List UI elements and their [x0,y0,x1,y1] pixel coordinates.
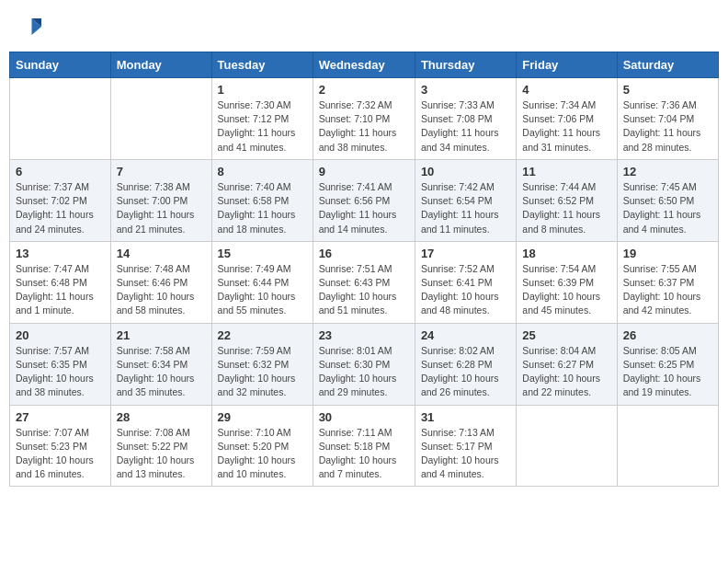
day-number: 11 [522,165,610,178]
day-number: 12 [623,165,712,178]
calendar-cell [110,78,211,160]
day-header-friday: Friday [517,52,617,78]
calendar-cell: 6Sunrise: 7:37 AMSunset: 7:02 PMDaylight… [10,159,111,241]
calendar-cell [517,405,617,487]
calendar-cell: 28Sunrise: 7:08 AMSunset: 5:22 PMDayligh… [110,405,211,487]
day-number: 21 [117,328,206,342]
calendar-week-row: 13Sunrise: 7:47 AMSunset: 6:48 PMDayligh… [10,241,719,323]
day-number: 29 [218,410,307,424]
calendar-cell: 31Sunrise: 7:13 AMSunset: 5:17 PMDayligh… [415,405,516,487]
day-info: Sunrise: 7:38 AMSunset: 7:00 PMDaylight:… [117,180,206,236]
day-info: Sunrise: 7:59 AMSunset: 6:32 PMDaylight:… [218,344,307,400]
calendar-cell: 22Sunrise: 7:59 AMSunset: 6:32 PMDayligh… [211,323,313,405]
day-info: Sunrise: 8:04 AMSunset: 6:27 PMDaylight:… [522,344,610,400]
day-number: 3 [421,83,510,97]
day-info: Sunrise: 7:11 AMSunset: 5:18 PMDaylight:… [319,426,409,482]
calendar-cell: 21Sunrise: 7:58 AMSunset: 6:34 PMDayligh… [110,323,211,405]
logo-icon [17,13,44,40]
day-number: 2 [319,83,409,97]
calendar-cell: 15Sunrise: 7:49 AMSunset: 6:44 PMDayligh… [211,241,313,323]
calendar-cell: 10Sunrise: 7:42 AMSunset: 6:54 PMDayligh… [415,159,516,241]
day-info: Sunrise: 7:45 AMSunset: 6:50 PMDaylight:… [623,180,712,236]
day-info: Sunrise: 7:52 AMSunset: 6:41 PMDaylight:… [421,262,510,318]
day-number: 5 [623,83,712,97]
calendar-week-row: 6Sunrise: 7:37 AMSunset: 7:02 PMDaylight… [10,159,719,241]
day-info: Sunrise: 7:30 AMSunset: 7:12 PMDaylight:… [218,98,307,155]
calendar-cell: 1Sunrise: 7:30 AMSunset: 7:12 PMDaylight… [211,78,313,160]
calendar-cell: 11Sunrise: 7:44 AMSunset: 6:52 PMDayligh… [517,159,617,241]
day-info: Sunrise: 8:05 AMSunset: 6:25 PMDaylight:… [623,344,712,400]
day-number: 30 [319,410,409,424]
calendar-week-row: 1Sunrise: 7:30 AMSunset: 7:12 PMDaylight… [10,78,719,160]
day-number: 9 [319,165,409,178]
day-info: Sunrise: 7:57 AMSunset: 6:35 PMDaylight:… [16,344,105,400]
day-info: Sunrise: 7:47 AMSunset: 6:48 PMDaylight:… [16,262,105,318]
day-info: Sunrise: 7:55 AMSunset: 6:37 PMDaylight:… [623,262,712,318]
calendar-cell: 5Sunrise: 7:36 AMSunset: 7:04 PMDaylight… [617,78,718,160]
calendar-cell: 19Sunrise: 7:55 AMSunset: 6:37 PMDayligh… [617,241,718,323]
day-header-wednesday: Wednesday [313,52,415,78]
calendar-cell: 18Sunrise: 7:54 AMSunset: 6:39 PMDayligh… [517,241,617,323]
day-info: Sunrise: 7:58 AMSunset: 6:34 PMDaylight:… [117,344,206,400]
calendar-cell: 2Sunrise: 7:32 AMSunset: 7:10 PMDaylight… [313,78,415,160]
day-number: 8 [218,165,307,178]
calendar-cell: 16Sunrise: 7:51 AMSunset: 6:43 PMDayligh… [313,241,415,323]
calendar-cell [617,405,718,487]
calendar-week-row: 20Sunrise: 7:57 AMSunset: 6:35 PMDayligh… [10,323,719,405]
day-info: Sunrise: 7:51 AMSunset: 6:43 PMDaylight:… [319,262,409,318]
day-number: 15 [218,247,307,260]
calendar-cell: 20Sunrise: 7:57 AMSunset: 6:35 PMDayligh… [10,323,111,405]
day-info: Sunrise: 7:32 AMSunset: 7:10 PMDaylight:… [319,98,409,155]
day-number: 24 [421,328,510,342]
calendar-cell: 25Sunrise: 8:04 AMSunset: 6:27 PMDayligh… [517,323,617,405]
day-number: 14 [117,247,206,260]
calendar-cell: 8Sunrise: 7:40 AMSunset: 6:58 PMDaylight… [211,159,313,241]
day-info: Sunrise: 7:42 AMSunset: 6:54 PMDaylight:… [421,180,510,236]
day-info: Sunrise: 7:40 AMSunset: 6:58 PMDaylight:… [218,180,307,236]
day-number: 18 [522,247,610,260]
day-info: Sunrise: 7:13 AMSunset: 5:17 PMDaylight:… [421,426,510,482]
day-number: 27 [16,410,105,424]
calendar-week-row: 27Sunrise: 7:07 AMSunset: 5:23 PMDayligh… [10,405,719,487]
day-number: 31 [421,410,510,424]
day-info: Sunrise: 7:37 AMSunset: 7:02 PMDaylight:… [16,180,105,236]
day-info: Sunrise: 7:07 AMSunset: 5:23 PMDaylight:… [16,426,105,482]
day-info: Sunrise: 7:44 AMSunset: 6:52 PMDaylight:… [522,180,610,236]
page-header [9,9,719,44]
calendar-cell: 9Sunrise: 7:41 AMSunset: 6:56 PMDaylight… [313,159,415,241]
day-info: Sunrise: 8:01 AMSunset: 6:30 PMDaylight:… [319,344,409,400]
day-info: Sunrise: 7:10 AMSunset: 5:20 PMDaylight:… [218,426,307,482]
day-number: 23 [319,328,409,342]
day-number: 1 [218,83,307,97]
day-info: Sunrise: 7:41 AMSunset: 6:56 PMDaylight:… [319,180,409,236]
day-header-tuesday: Tuesday [211,52,313,78]
logo [17,13,46,40]
day-number: 19 [623,247,712,260]
day-number: 25 [522,328,610,342]
day-header-monday: Monday [110,52,211,78]
day-number: 13 [16,247,105,260]
day-info: Sunrise: 7:08 AMSunset: 5:22 PMDaylight:… [117,426,206,482]
calendar-cell: 14Sunrise: 7:48 AMSunset: 6:46 PMDayligh… [110,241,211,323]
day-number: 26 [623,328,712,342]
calendar-cell: 4Sunrise: 7:34 AMSunset: 7:06 PMDaylight… [517,78,617,160]
calendar-cell: 29Sunrise: 7:10 AMSunset: 5:20 PMDayligh… [211,405,313,487]
day-number: 28 [117,410,206,424]
day-number: 16 [319,247,409,260]
calendar-cell: 24Sunrise: 8:02 AMSunset: 6:28 PMDayligh… [415,323,516,405]
day-header-saturday: Saturday [617,52,718,78]
day-header-thursday: Thursday [415,52,516,78]
day-info: Sunrise: 7:48 AMSunset: 6:46 PMDaylight:… [117,262,206,318]
day-info: Sunrise: 7:34 AMSunset: 7:06 PMDaylight:… [522,98,610,155]
calendar-cell: 23Sunrise: 8:01 AMSunset: 6:30 PMDayligh… [313,323,415,405]
day-number: 6 [16,165,105,178]
calendar-cell: 13Sunrise: 7:47 AMSunset: 6:48 PMDayligh… [10,241,111,323]
calendar-cell: 26Sunrise: 8:05 AMSunset: 6:25 PMDayligh… [617,323,718,405]
calendar-header-row: SundayMondayTuesdayWednesdayThursdayFrid… [10,52,719,78]
day-info: Sunrise: 7:36 AMSunset: 7:04 PMDaylight:… [623,98,712,155]
day-info: Sunrise: 8:02 AMSunset: 6:28 PMDaylight:… [421,344,510,400]
day-info: Sunrise: 7:49 AMSunset: 6:44 PMDaylight:… [218,262,307,318]
calendar-table: SundayMondayTuesdayWednesdayThursdayFrid… [9,52,719,487]
day-number: 22 [218,328,307,342]
day-number: 7 [117,165,206,178]
